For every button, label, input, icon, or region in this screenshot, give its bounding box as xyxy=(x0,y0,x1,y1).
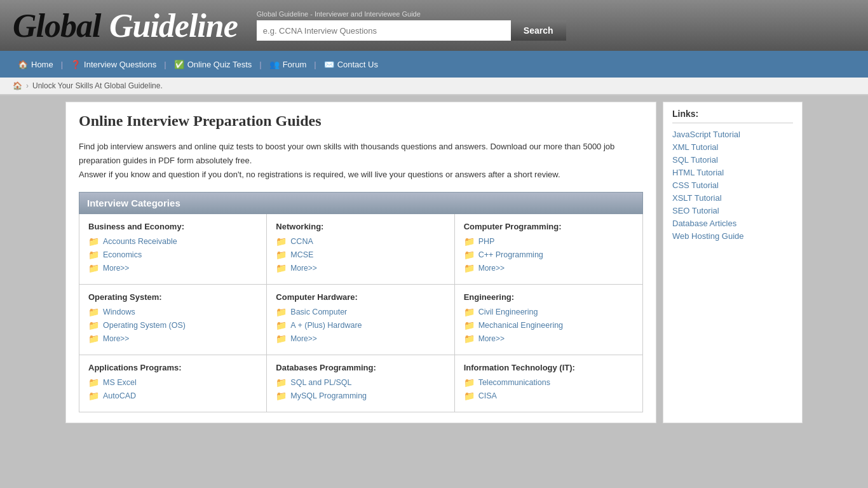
sidebar-link-html[interactable]: HTML Tutorial xyxy=(672,168,793,177)
folder-icon: 📁 xyxy=(88,307,99,317)
intro-text: Find job interview answers and online qu… xyxy=(79,140,643,182)
header: Global Guideline Global Guideline - Inte… xyxy=(0,0,868,51)
cat-item-os: 📁 Operating System (OS) xyxy=(88,320,257,330)
folder-icon: 📁 xyxy=(276,334,287,344)
cat-databases: Databases Programming: 📁 SQL and PL/SQL … xyxy=(267,355,454,412)
link-mysql[interactable]: MySQL Programming xyxy=(290,391,367,400)
link-os[interactable]: Operating System (OS) xyxy=(103,321,186,330)
folder-icon: 📁 xyxy=(88,334,99,344)
cat-more-engineering: 📁 More>> xyxy=(464,334,634,344)
nav-contact[interactable]: ✉️ Contact Us xyxy=(319,52,383,77)
cat-it-title: Information Technology (IT): xyxy=(464,363,634,372)
cat-engineering: Engineering: 📁 Civil Engineering 📁 Mecha… xyxy=(455,285,642,355)
link-mcse[interactable]: MCSE xyxy=(290,250,313,259)
breadcrumb-path: Unlock Your Skills At Global Guideline. xyxy=(32,81,163,90)
logo: Global Guideline xyxy=(13,9,238,43)
link-more-networking[interactable]: More>> xyxy=(290,264,316,273)
sidebar-link-css[interactable]: CSS Tutorial xyxy=(672,180,793,190)
categories-grid: Business and Economy: 📁 Accounts Receiva… xyxy=(79,214,643,412)
layout: Online Interview Preparation Guides Find… xyxy=(53,95,815,430)
link-telecommunications[interactable]: Telecommunications xyxy=(478,378,550,387)
main-content: Online Interview Preparation Guides Find… xyxy=(65,102,656,423)
folder-icon: 📁 xyxy=(88,236,99,247)
nav-forum[interactable]: 👥 Forum xyxy=(264,52,312,77)
sidebar-link-sql[interactable]: SQL Tutorial xyxy=(672,155,793,165)
link-ccna[interactable]: CCNA xyxy=(290,237,313,246)
sidebar-link-seo[interactable]: SEO Tutorial xyxy=(672,206,793,215)
folder-icon: 📁 xyxy=(276,377,287,388)
breadcrumb-home-icon: 🏠 xyxy=(13,81,22,90)
link-mechanical-engineering[interactable]: Mechanical Engineering xyxy=(478,321,563,330)
category-row-2: Operating System: 📁 Windows 📁 Operating … xyxy=(79,285,642,355)
link-cisa[interactable]: CISA xyxy=(478,391,497,400)
link-aplus[interactable]: A + (Plus) Hardware xyxy=(290,321,362,330)
cat-item-excel: 📁 MS Excel xyxy=(88,377,257,388)
folder-icon: 📁 xyxy=(464,320,475,330)
sidebar-link-js[interactable]: JavaScript Tutorial xyxy=(672,130,793,139)
link-more-hardware[interactable]: More>> xyxy=(290,334,316,343)
cat-hardware-title: Computer Hardware: xyxy=(276,292,445,302)
link-more-engineering[interactable]: More>> xyxy=(478,334,505,343)
contact-icon: ✉️ xyxy=(324,60,334,69)
search-input[interactable] xyxy=(257,20,511,41)
cat-more-hardware: 📁 More>> xyxy=(276,334,445,344)
nav-home[interactable]: 🏠 Home xyxy=(13,52,58,77)
folder-icon: 📁 xyxy=(276,307,287,317)
cat-more-programming: 📁 More>> xyxy=(464,263,634,273)
link-basic-computer[interactable]: Basic Computer xyxy=(290,308,347,316)
sidebar-link-xslt[interactable]: XSLT Tutorial xyxy=(672,193,793,203)
cat-programming-title: Computer Programming: xyxy=(464,222,634,231)
cat-item-mcse: 📁 MCSE xyxy=(276,250,445,260)
sidebar: Links: JavaScript Tutorial XML Tutorial … xyxy=(663,102,803,423)
link-windows[interactable]: Windows xyxy=(103,308,135,316)
cat-item-cpp: 📁 C++ Programming xyxy=(464,250,634,260)
category-row-1: Business and Economy: 📁 Accounts Receiva… xyxy=(79,214,642,285)
link-sql[interactable]: SQL and PL/SQL xyxy=(290,378,351,387)
link-php[interactable]: PHP xyxy=(478,237,495,246)
nav-quiz[interactable]: ✅ Online Quiz Tests xyxy=(169,52,257,77)
nav-sep-2: | xyxy=(164,60,166,69)
link-economics[interactable]: Economics xyxy=(103,250,142,259)
logo-global: Global xyxy=(13,8,100,44)
nav-sep-3: | xyxy=(259,60,261,69)
folder-icon: 📁 xyxy=(464,263,475,273)
cat-item-cisa: 📁 CISA xyxy=(464,391,634,401)
categories-header: Interview Categories xyxy=(79,192,643,214)
folder-icon: 📁 xyxy=(88,377,99,388)
link-civil-engineering[interactable]: Civil Engineering xyxy=(478,308,538,316)
sidebar-link-xml[interactable]: XML Tutorial xyxy=(672,142,793,152)
link-more-programming[interactable]: More>> xyxy=(478,264,505,273)
cat-business: Business and Economy: 📁 Accounts Receiva… xyxy=(79,214,267,284)
folder-icon: 📁 xyxy=(276,236,287,247)
search-tagline: Global Guideline - Interviewer and Inter… xyxy=(257,10,566,18)
cat-item-economics: 📁 Economics xyxy=(88,250,257,260)
link-accounts-receivable[interactable]: Accounts Receivable xyxy=(103,237,177,246)
cat-hardware: Computer Hardware: 📁 Basic Computer 📁 A … xyxy=(267,285,454,355)
cat-os-title: Operating System: xyxy=(88,292,257,302)
cat-business-title: Business and Economy: xyxy=(88,222,257,231)
link-more-business[interactable]: More>> xyxy=(103,264,129,273)
search-button[interactable]: Search xyxy=(511,20,566,41)
folder-icon: 📁 xyxy=(464,236,475,247)
logo-area: Global Guideline xyxy=(13,9,238,43)
cat-item-accounts: 📁 Accounts Receivable xyxy=(88,236,257,247)
link-autocad[interactable]: AutoCAD xyxy=(103,391,136,400)
link-cpp[interactable]: C++ Programming xyxy=(478,250,543,259)
cat-databases-title: Databases Programming: xyxy=(276,363,445,372)
cat-item-php: 📁 PHP xyxy=(464,236,634,247)
sidebar-link-hosting[interactable]: Web Hosting Guide xyxy=(672,231,793,241)
logo-guideline: Guideline xyxy=(109,8,238,44)
cat-engineering-title: Engineering: xyxy=(464,292,634,302)
link-ms-excel[interactable]: MS Excel xyxy=(103,378,137,387)
cat-more-os: 📁 More>> xyxy=(88,334,257,344)
sidebar-link-db[interactable]: Database Articles xyxy=(672,219,793,228)
cat-os: Operating System: 📁 Windows 📁 Operating … xyxy=(79,285,267,355)
breadcrumb-home[interactable]: 🏠 xyxy=(13,81,22,90)
link-more-os[interactable]: More>> xyxy=(103,334,129,343)
folder-icon: 📁 xyxy=(464,250,475,260)
folder-icon: 📁 xyxy=(276,320,287,330)
cat-item-ccna: 📁 CCNA xyxy=(276,236,445,247)
nav-interview-questions[interactable]: ❓ Interview Questions xyxy=(65,52,161,77)
search-form: Search xyxy=(257,20,566,41)
forum-icon: 👥 xyxy=(269,60,280,69)
